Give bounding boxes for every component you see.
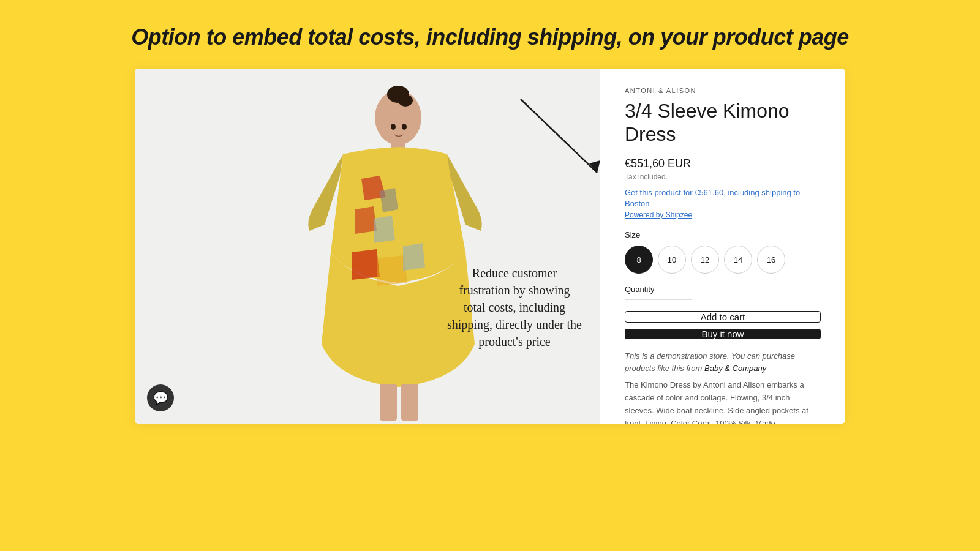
page-heading: Option to embed total costs, including s… — [131, 24, 848, 50]
svg-point-8 — [402, 124, 407, 130]
brand-name: ANTONI & ALISON — [625, 87, 821, 94]
size-btn-16[interactable]: 16 — [757, 246, 785, 274]
size-btn-14[interactable]: 14 — [724, 246, 752, 274]
quantity-increase-button[interactable]: + — [669, 299, 692, 300]
size-btn-10[interactable]: 10 — [658, 246, 686, 274]
quantity-value: 1 — [647, 299, 669, 300]
svg-point-7 — [391, 124, 396, 130]
size-btn-8[interactable]: 8 — [625, 246, 653, 274]
size-options: 8 10 12 14 16 — [625, 246, 821, 274]
chat-icon[interactable]: 💬 — [147, 384, 174, 411]
add-to-cart-button[interactable]: Add to cart — [625, 311, 821, 323]
size-label: Size — [625, 230, 821, 239]
demo-notice: This is a demonstration store. You can p… — [625, 350, 821, 374]
buy-it-now-button[interactable]: Buy it now — [625, 329, 821, 339]
svg-rect-6 — [401, 384, 418, 421]
product-card: Reduce customer frustration by showing t… — [135, 69, 845, 424]
quantity-decrease-button[interactable]: − — [625, 299, 647, 300]
product-description: The Kimono Dress by Antoni and Alison em… — [625, 379, 821, 424]
annotation-text: Reduce customer frustration by showing t… — [447, 264, 582, 350]
product-image-area: Reduce customer frustration by showing t… — [135, 69, 600, 424]
product-details: ANTONI & ALISON 3/4 Sleeve Kimono Dress … — [600, 69, 845, 424]
size-btn-12[interactable]: 12 — [691, 246, 719, 274]
product-price: €551,60 EUR — [625, 157, 821, 170]
baby-and-company-link[interactable]: Baby & Company — [704, 364, 766, 373]
svg-rect-5 — [380, 384, 397, 421]
quantity-label: Quantity — [625, 285, 821, 294]
quantity-control: − 1 + — [625, 299, 692, 300]
tax-included-text: Tax included. — [625, 173, 821, 181]
product-image-svg — [135, 69, 600, 424]
powered-by-shipzee-link[interactable]: Powered by Shipzee — [625, 211, 821, 219]
svg-point-3 — [398, 94, 413, 107]
shipping-cost-link[interactable]: Get this product for €561.60, including … — [625, 187, 821, 209]
product-title: 3/4 Sleeve Kimono Dress — [625, 99, 821, 146]
